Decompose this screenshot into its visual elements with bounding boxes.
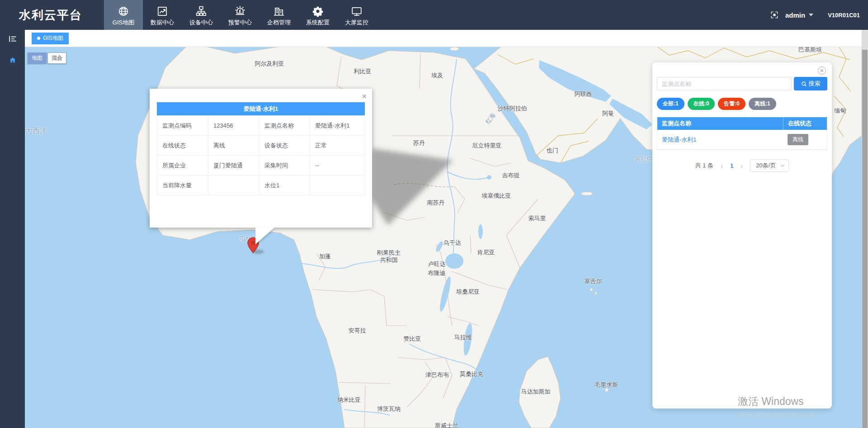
nav-item-big-screen[interactable]: 大屏监控 — [337, 0, 376, 30]
table-row: 所属企业厦门爱陆通 采集时间-- — [157, 156, 365, 176]
cell-label: 采集时间 — [259, 156, 310, 176]
sitemap-icon — [195, 5, 207, 17]
chevron-down-icon — [780, 164, 785, 167]
tab-gis-map[interactable]: GIS地图 — [32, 33, 69, 44]
collapse-menu-icon[interactable] — [0, 30, 25, 48]
cell-label: 在线状态 — [157, 136, 208, 156]
gear-icon — [312, 5, 324, 17]
cell-value: 厦门爱陆通 — [208, 156, 259, 176]
filter-badge-all[interactable]: 全部:1 — [657, 98, 684, 110]
nav-item-system-config[interactable]: 系统配置 — [298, 0, 337, 30]
table-row: 在线状态离线 设备状态正常 — [157, 136, 365, 156]
cell-label: 监测点名称 — [259, 116, 310, 136]
nav-label: GIS地图 — [113, 19, 134, 27]
header-right: admin V10R01C01 — [770, 10, 868, 19]
nav-item-alert-center[interactable]: 预警中心 — [221, 0, 259, 30]
search-button-label: 搜索 — [809, 80, 821, 88]
version-text: V10R01C01 — [828, 12, 860, 19]
fullscreen-icon[interactable] — [770, 10, 779, 19]
cell-value: -- — [310, 156, 365, 176]
tab-bar: GIS地图 — [25, 30, 862, 47]
cell-value: 离线 — [208, 136, 259, 156]
monitoring-point-popup: × 爱陆通-水利1 监测点编码123456 监测点名称爱陆通-水利1 在线状态离… — [150, 89, 372, 228]
status-filter-badges: 全部:1 在线:0 告警:0 离线:1 — [657, 98, 827, 110]
chart-icon — [156, 5, 168, 17]
table-row: 爱陆通-水利1 离线 — [657, 130, 827, 150]
table-header: 监测点名称 在线状态 — [657, 117, 827, 130]
map-type-button-map[interactable]: 地图 — [28, 52, 47, 64]
prev-page-icon[interactable]: ‹ — [720, 162, 724, 170]
nav-item-data-center[interactable]: 数据中心 — [143, 0, 182, 30]
pagination: 共 1 条 ‹ 1 › 20条/页 — [657, 159, 827, 172]
nav-label: 大屏监控 — [345, 19, 368, 27]
table-row: 监测点编码123456 监测点名称爱陆通-水利1 — [157, 116, 365, 136]
search-button[interactable]: 搜索 — [794, 77, 827, 90]
cell-value: 123456 — [208, 116, 259, 136]
popup-close-icon[interactable]: × — [362, 92, 367, 100]
map-type-button-hybrid[interactable]: 混合 — [47, 52, 66, 64]
nav-item-archive-management[interactable]: 企档管理 — [259, 0, 298, 30]
left-sidebar — [0, 30, 25, 428]
vertical-scrollbar[interactable] — [862, 30, 868, 428]
building-icon — [273, 5, 285, 17]
filter-badge-alarm[interactable]: 告警:0 — [718, 98, 745, 110]
app-root: 水利云平台 GIS地图 数据中心 设备中心 预警中心 企档管理 — [0, 0, 868, 428]
cell-value: 爱陆通-水利1 — [310, 116, 365, 136]
monitoring-point-table: 监测点名称 在线状态 爱陆通-水利1 离线 — [657, 117, 827, 150]
nav-label: 系统配置 — [306, 19, 330, 27]
filter-badge-online[interactable]: 在线:0 — [688, 98, 715, 110]
alarm-icon — [234, 5, 246, 17]
popup-title: 爱陆通-水利1 — [157, 102, 365, 115]
nav-label: 企档管理 — [267, 19, 291, 27]
main-nav: GIS地图 数据中心 设备中心 预警中心 企档管理 系统配置 — [104, 0, 376, 30]
cell-value — [310, 176, 365, 195]
cell-label: 当前降水量 — [157, 176, 208, 195]
monitoring-point-link[interactable]: 爱陆通-水利1 — [657, 136, 783, 144]
cell-value — [208, 176, 259, 195]
next-page-icon[interactable]: › — [740, 162, 744, 170]
cell-label: 所属企业 — [157, 156, 208, 176]
monitor-icon — [351, 5, 363, 17]
app-title: 水利云平台 — [0, 7, 104, 23]
table-row: 当前降水量 水位1 — [157, 176, 365, 195]
panel-close-icon[interactable] — [817, 66, 826, 75]
chevron-down-icon[interactable] — [809, 14, 813, 16]
gis-map-canvas[interactable]: 大西洋阿尔及利亚利比亚埃及沙特阿拉伯阿联酋阿曼红海苏丹厄立特里亚也门吉布提埃塞俄… — [25, 47, 862, 428]
nav-item-device-center[interactable]: 设备中心 — [182, 0, 221, 30]
nav-label: 设备中心 — [189, 19, 213, 27]
cell-label: 水位1 — [259, 176, 310, 195]
nav-label: 数据中心 — [151, 19, 174, 27]
cell-value: 正常 — [310, 136, 365, 156]
search-input[interactable] — [657, 77, 792, 90]
home-icon[interactable] — [0, 52, 25, 70]
nav-label: 预警中心 — [228, 19, 252, 27]
popup-detail-table: 监测点编码123456 监测点名称爱陆通-水利1 在线状态离线 设备状态正常 所… — [157, 115, 365, 195]
tab-dot-icon — [37, 37, 40, 40]
top-header: 水利云平台 GIS地图 数据中心 设备中心 预警中心 企档管理 — [0, 0, 868, 30]
filter-badge-offline[interactable]: 离线:1 — [749, 98, 776, 110]
page-number[interactable]: 1 — [730, 162, 733, 169]
map-type-toggle: 地图 混合 — [28, 52, 66, 64]
tab-label: GIS地图 — [43, 34, 63, 42]
cell-label: 监测点编码 — [157, 116, 208, 136]
search-row: 搜索 — [657, 77, 827, 90]
cell-label: 设备状态 — [259, 136, 310, 156]
popup-tail — [255, 228, 274, 244]
page-size-value: 20条/页 — [756, 162, 776, 170]
total-count: 共 1 条 — [695, 162, 713, 170]
scrollbar-thumb[interactable] — [862, 50, 868, 428]
user-menu[interactable]: admin — [785, 11, 805, 19]
status-cell: 离线 — [783, 134, 827, 145]
globe-icon — [118, 5, 129, 17]
monitoring-search-panel: 搜索 全部:1 在线:0 告警:0 离线:1 监测点名称 在线状态 爱陆通-水利… — [652, 62, 832, 409]
search-icon — [801, 81, 807, 87]
column-header-name: 监测点名称 — [657, 119, 783, 128]
page-size-select[interactable]: 20条/页 — [750, 159, 789, 172]
nav-item-gis-map[interactable]: GIS地图 — [104, 0, 143, 30]
status-badge[interactable]: 离线 — [788, 134, 808, 145]
column-header-status: 在线状态 — [783, 117, 827, 130]
